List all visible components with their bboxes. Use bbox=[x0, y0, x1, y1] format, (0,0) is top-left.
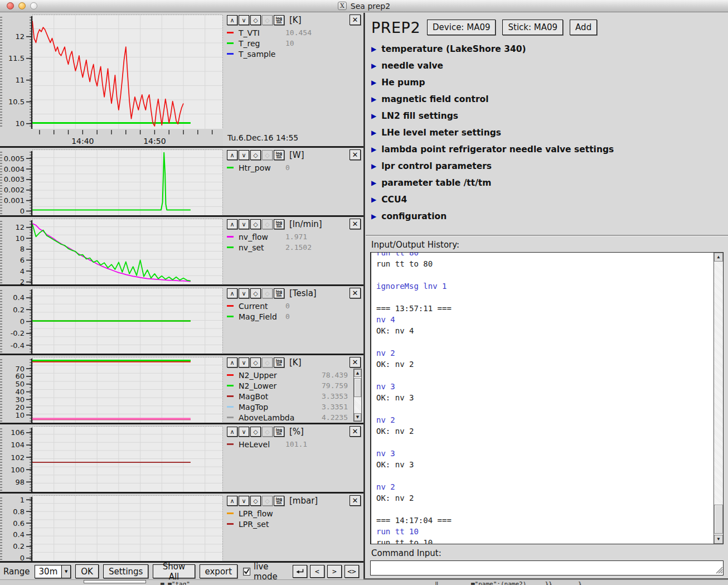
shift-down-button[interactable]: ∨ bbox=[239, 357, 249, 368]
tree-item-8[interactable]: ▶parameter table /tt/tm bbox=[371, 175, 728, 191]
shift-down-button[interactable]: ∨ bbox=[239, 15, 249, 25]
history-scrollbar[interactable]: ▲ ▼ bbox=[714, 253, 723, 544]
range-dropdown-arrow-icon[interactable]: ▼ bbox=[61, 565, 70, 578]
scroll-down-arrow-icon[interactable]: ▼ bbox=[714, 535, 723, 544]
legend-entry[interactable]: nv_set2.1502 bbox=[227, 242, 361, 253]
tree-item-3[interactable]: ▶magnetic field control bbox=[371, 91, 728, 108]
io-history-box[interactable]: run tt 80run tt to 80 ignoreMsg lnv 1 ==… bbox=[370, 252, 724, 544]
legend-entry[interactable]: LPR_set bbox=[227, 519, 361, 529]
close-chart-button[interactable]: ✕ bbox=[350, 288, 361, 298]
legend-scrollbar[interactable]: ▲▼ bbox=[353, 369, 362, 422]
plot-area[interactable] bbox=[32, 426, 223, 492]
plot-area[interactable] bbox=[32, 357, 223, 423]
expand-triangle-icon[interactable]: ▶ bbox=[371, 113, 376, 119]
expand-range-button[interactable]: <> bbox=[344, 565, 359, 578]
shift-up-button[interactable]: ∧ bbox=[227, 15, 237, 25]
tree-item-10[interactable]: ▶configuration bbox=[371, 208, 728, 225]
expand-triangle-icon[interactable]: ▶ bbox=[371, 96, 376, 103]
expand-triangle-icon[interactable]: ▶ bbox=[371, 129, 376, 136]
live-mode-checkbox[interactable] bbox=[243, 568, 250, 576]
plot-area[interactable] bbox=[32, 288, 223, 354]
expand-triangle-icon[interactable]: ▶ bbox=[371, 62, 376, 69]
legend-entry[interactable]: HeLevel101.1 bbox=[227, 439, 361, 449]
tree-item-1[interactable]: ▶needle valve bbox=[371, 57, 728, 74]
tree-item-2[interactable]: ▶He pump bbox=[371, 74, 728, 91]
scrollbar-thumb[interactable] bbox=[354, 378, 361, 397]
legend-entry[interactable]: T_sample bbox=[227, 49, 361, 59]
step-right-button[interactable]: > bbox=[327, 565, 342, 578]
shift-up-button[interactable]: ∧ bbox=[227, 357, 237, 368]
shift-down-button[interactable]: ∨ bbox=[239, 150, 249, 160]
log-lin-toggle[interactable]: loglin bbox=[274, 15, 284, 25]
step-left-button[interactable]: < bbox=[310, 565, 324, 578]
plot-area[interactable] bbox=[32, 149, 223, 215]
legend-entry[interactable]: AboveLambda4.2235 bbox=[227, 412, 350, 423]
ok-button[interactable]: OK bbox=[75, 564, 99, 578]
close-chart-button[interactable]: ✕ bbox=[350, 149, 361, 160]
tree-item-7[interactable]: ▶lpr control parameters bbox=[371, 158, 728, 175]
command-input[interactable] bbox=[370, 560, 724, 576]
log-lin-toggle[interactable]: loglin bbox=[274, 496, 284, 506]
close-chart-button[interactable]: ✕ bbox=[350, 426, 361, 437]
legend-entry[interactable]: T_reg10 bbox=[227, 38, 361, 49]
zoom-out-button[interactable]: ◇ bbox=[250, 357, 261, 368]
shift-down-button[interactable]: ∨ bbox=[239, 496, 249, 506]
legend-entry[interactable]: N2_Upper78.439 bbox=[227, 370, 350, 380]
legend-entry[interactable]: Mag_Field0 bbox=[227, 311, 361, 322]
expand-triangle-icon[interactable]: ▶ bbox=[371, 196, 376, 203]
legend-entry[interactable]: N2_Lower79.759 bbox=[227, 380, 350, 391]
log-lin-toggle[interactable]: loglin bbox=[274, 357, 284, 368]
minimize-window-button[interactable] bbox=[18, 2, 26, 9]
log-lin-toggle[interactable]: loglin bbox=[274, 150, 284, 160]
zoom-out-button[interactable]: ◇ bbox=[250, 15, 261, 25]
shift-up-button[interactable]: ∧ bbox=[227, 496, 237, 506]
legend-entry[interactable]: MagTop3.3351 bbox=[227, 402, 350, 412]
tree-item-4[interactable]: ▶LN2 fill settings bbox=[371, 108, 728, 124]
legend-entry[interactable]: nv_flow1.971 bbox=[227, 231, 361, 242]
plot-area[interactable] bbox=[32, 14, 223, 129]
shift-up-button[interactable]: ∧ bbox=[227, 150, 237, 160]
scroll-down-arrow-icon[interactable]: ▼ bbox=[354, 413, 361, 421]
show-all-button[interactable]: Show All bbox=[153, 564, 195, 578]
log-lin-toggle[interactable]: loglin bbox=[274, 427, 284, 437]
settings-button[interactable]: Settings bbox=[103, 564, 149, 578]
close-chart-button[interactable]: ✕ bbox=[350, 495, 361, 506]
shift-up-button[interactable]: ∧ bbox=[227, 288, 237, 298]
stick-button[interactable]: Stick: MA09 bbox=[502, 20, 563, 35]
expand-triangle-icon[interactable]: ▶ bbox=[371, 163, 376, 170]
jump-back-button[interactable] bbox=[293, 565, 307, 578]
resize-grip-icon[interactable] bbox=[716, 567, 723, 574]
legend-entry[interactable]: Current0 bbox=[227, 301, 361, 311]
legend-entry[interactable]: LPR_flow bbox=[227, 508, 361, 519]
close-chart-button[interactable]: ✕ bbox=[350, 357, 361, 368]
plot-area[interactable] bbox=[32, 495, 223, 561]
titlebar[interactable]: X Sea prep2 bbox=[0, 0, 728, 12]
legend-entry[interactable]: MagBot3.3353 bbox=[227, 391, 350, 402]
expand-triangle-icon[interactable]: ▶ bbox=[371, 180, 376, 186]
legend-entry[interactable]: Htr_pow0 bbox=[227, 162, 361, 173]
tree-item-0[interactable]: ▶temperature (LakeShore 340) bbox=[371, 41, 728, 57]
scroll-up-arrow-icon[interactable]: ▲ bbox=[354, 369, 361, 377]
shift-down-button[interactable]: ∨ bbox=[239, 427, 249, 437]
scroll-up-arrow-icon[interactable]: ▲ bbox=[714, 253, 723, 262]
plot-area[interactable] bbox=[32, 219, 223, 284]
shift-down-button[interactable]: ∨ bbox=[239, 219, 249, 229]
zoom-window-button[interactable] bbox=[30, 2, 37, 9]
scrollbar-thumb[interactable] bbox=[714, 505, 723, 534]
tree-item-6[interactable]: ▶lambda point refrigerator needle valve … bbox=[371, 141, 728, 158]
scrollbar-track[interactable] bbox=[714, 262, 723, 535]
zoom-out-button[interactable]: ◇ bbox=[250, 496, 261, 506]
expand-triangle-icon[interactable]: ▶ bbox=[371, 79, 376, 86]
expand-triangle-icon[interactable]: ▶ bbox=[371, 213, 376, 220]
tree-item-5[interactable]: ▶LHe level meter settings bbox=[371, 124, 728, 141]
shift-up-button[interactable]: ∧ bbox=[227, 427, 237, 437]
expand-triangle-icon[interactable]: ▶ bbox=[371, 146, 376, 153]
tree-item-9[interactable]: ▶CCU4 bbox=[371, 191, 728, 208]
scrollbar-track[interactable] bbox=[354, 377, 361, 413]
log-lin-toggle[interactable]: loglin bbox=[274, 288, 284, 298]
close-chart-button[interactable]: ✕ bbox=[350, 219, 361, 229]
legend-entry[interactable]: T_VTI10.454 bbox=[227, 27, 361, 38]
close-window-button[interactable] bbox=[7, 2, 14, 9]
close-chart-button[interactable]: ✕ bbox=[350, 14, 361, 25]
shift-down-button[interactable]: ∨ bbox=[239, 288, 249, 298]
